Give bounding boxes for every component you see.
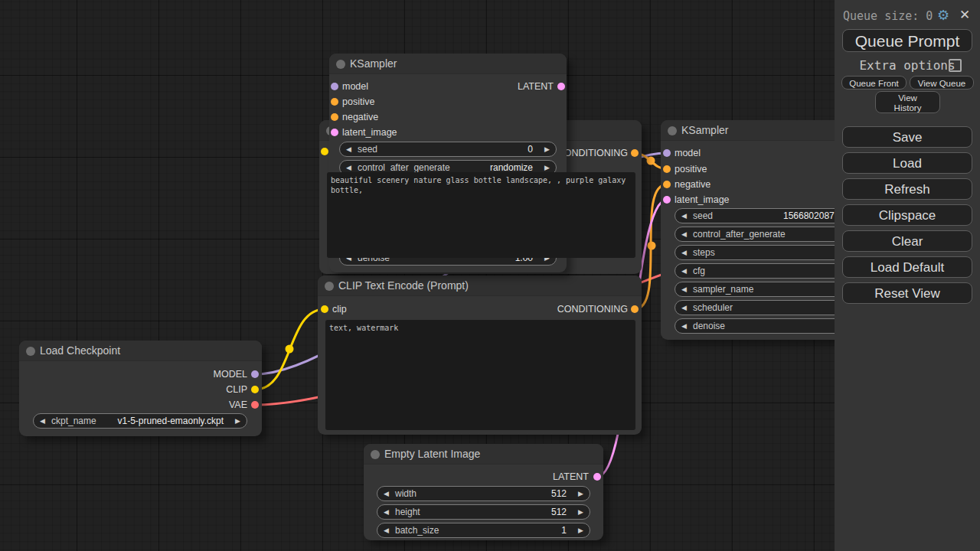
widget-label: scheduler bbox=[693, 302, 733, 314]
increment-arrow-icon[interactable]: ▶ bbox=[578, 508, 583, 517]
view-history-button[interactable]: View History bbox=[875, 91, 940, 113]
reset-view-button[interactable]: Reset View bbox=[842, 282, 972, 304]
decrement-arrow-icon[interactable]: ◀ bbox=[681, 230, 687, 239]
negative-input-slot[interactable] bbox=[663, 181, 671, 188]
clip-input-slot[interactable] bbox=[321, 305, 328, 313]
widget-label: seed bbox=[693, 210, 713, 222]
widget-label: sampler_name bbox=[693, 284, 753, 295]
decrement-arrow-icon[interactable]: ◀ bbox=[346, 145, 351, 154]
latent-output-label: LATENT bbox=[518, 81, 554, 92]
model-input-slot[interactable] bbox=[331, 83, 338, 90]
collapse-dot-icon[interactable] bbox=[336, 60, 345, 69]
decrement-arrow-icon[interactable]: ◀ bbox=[681, 322, 687, 331]
node-title[interactable]: KSampler bbox=[329, 54, 567, 74]
model-input-label: model bbox=[342, 81, 368, 92]
widget-label: ckpt_name bbox=[51, 416, 96, 427]
widget-value: 512 bbox=[551, 488, 567, 500]
node-load-checkpoint[interactable]: Load Checkpoint MODEL CLIP VAE ◀ ckpt_na… bbox=[19, 341, 262, 436]
next-arrow-icon[interactable]: ▶ bbox=[235, 417, 240, 425]
increment-arrow-icon[interactable]: ▶ bbox=[544, 164, 550, 172]
decrement-arrow-icon[interactable]: ◀ bbox=[346, 164, 351, 172]
collapse-dot-icon[interactable] bbox=[26, 347, 35, 356]
widget-label: seed bbox=[358, 144, 377, 155]
settings-gear-icon[interactable]: ⚙ bbox=[937, 7, 949, 24]
widget-label: cfg bbox=[693, 266, 705, 277]
decrement-arrow-icon[interactable]: ◀ bbox=[384, 508, 389, 517]
decrement-arrow-icon[interactable]: ◀ bbox=[384, 490, 389, 498]
width-widget[interactable]: ◀ width 512 ▶ bbox=[377, 486, 590, 501]
clip-output-label: CLIP bbox=[226, 384, 247, 395]
decrement-arrow-icon[interactable]: ◀ bbox=[681, 267, 687, 276]
vae-output-slot[interactable] bbox=[251, 401, 259, 409]
queue-prompt-button[interactable]: Queue Prompt bbox=[842, 29, 972, 52]
model-input-label: model bbox=[675, 148, 701, 158]
increment-arrow-icon[interactable]: ▶ bbox=[578, 527, 583, 535]
increment-arrow-icon[interactable]: ▶ bbox=[578, 490, 583, 498]
prev-arrow-icon[interactable]: ◀ bbox=[40, 417, 45, 425]
decrement-arrow-icon[interactable]: ◀ bbox=[681, 212, 687, 220]
decrement-arrow-icon[interactable]: ◀ bbox=[681, 285, 687, 294]
negative-input-label: negative bbox=[675, 179, 710, 190]
widget-value: 1 bbox=[561, 525, 567, 536]
wire-dot-clip bbox=[286, 345, 294, 354]
model-output-label: MODEL bbox=[214, 369, 247, 380]
vae-output-label: VAE bbox=[229, 399, 247, 410]
negative-prompt-textarea[interactable]: text, watermark bbox=[325, 320, 635, 430]
wire-dot-cond-neg bbox=[648, 242, 656, 250]
close-menu-icon[interactable]: ✕ bbox=[959, 7, 970, 23]
node-empty-latent-image[interactable]: Empty Latent Image LATENT ◀ width 512 ▶ … bbox=[364, 444, 603, 540]
latent-output-label: LATENT bbox=[553, 471, 589, 482]
extra-options-checkbox[interactable] bbox=[949, 59, 962, 72]
conditioning-output-slot[interactable] bbox=[631, 305, 639, 313]
save-button[interactable]: Save bbox=[842, 126, 972, 148]
positive-input-label: positive bbox=[675, 164, 707, 174]
widget-value: v1-5-pruned-emaonly.ckpt bbox=[117, 416, 224, 427]
increment-arrow-icon[interactable]: ▶ bbox=[544, 145, 550, 154]
conditioning-output-label: CONDITIONING bbox=[557, 148, 628, 158]
refresh-button[interactable]: Refresh bbox=[842, 178, 972, 200]
collapse-dot-icon[interactable] bbox=[668, 126, 677, 135]
latent-image-input-slot[interactable] bbox=[331, 129, 338, 136]
widget-value: 0 bbox=[528, 144, 533, 155]
decrement-arrow-icon[interactable]: ◀ bbox=[681, 304, 687, 312]
conditioning-output-label: CONDITIONING bbox=[557, 304, 628, 315]
widget-label: control_after_generate bbox=[693, 229, 786, 240]
latent-image-input-label: latent_image bbox=[342, 127, 397, 138]
model-output-slot[interactable] bbox=[251, 370, 259, 378]
widget-label: denoise bbox=[693, 321, 725, 332]
negative-input-label: negative bbox=[342, 112, 378, 122]
latent-image-input-slot[interactable] bbox=[663, 196, 671, 204]
widget-label: batch_size bbox=[395, 525, 439, 536]
latent-output-slot[interactable] bbox=[593, 473, 601, 481]
positive-input-slot[interactable] bbox=[663, 165, 671, 173]
model-input-slot[interactable] bbox=[663, 149, 671, 157]
widget-label: height bbox=[395, 507, 420, 518]
conditioning-output-slot[interactable] bbox=[631, 149, 639, 157]
comfy-menu: Queue size: 0 Queue Prompt Extra options… bbox=[835, 0, 980, 551]
seed-widget[interactable]: ◀ seed 0 ▶ bbox=[339, 142, 557, 157]
clip-output-slot[interactable] bbox=[251, 386, 259, 393]
node-title[interactable]: Load Checkpoint bbox=[19, 341, 262, 361]
view-queue-button[interactable]: View Queue bbox=[910, 76, 974, 90]
clear-button[interactable]: Clear bbox=[842, 230, 972, 252]
clip-input-slot[interactable] bbox=[321, 148, 328, 155]
positive-input-slot[interactable] bbox=[331, 98, 338, 106]
batch-size-widget[interactable]: ◀ batch_size 1 ▶ bbox=[377, 523, 590, 538]
collapse-dot-icon[interactable] bbox=[371, 450, 380, 459]
load-button[interactable]: Load bbox=[842, 152, 972, 174]
latent-image-input-label: latent_image bbox=[675, 194, 730, 205]
queue-front-button[interactable]: Queue Front bbox=[841, 76, 906, 90]
decrement-arrow-icon[interactable]: ◀ bbox=[384, 527, 389, 535]
positive-prompt-textarea[interactable]: beautiful scenery nature glass bottle la… bbox=[327, 172, 635, 258]
clipspace-button[interactable]: Clipspace bbox=[842, 204, 972, 226]
latent-output-slot[interactable] bbox=[557, 83, 565, 90]
decrement-arrow-icon[interactable]: ◀ bbox=[681, 249, 687, 257]
node-title[interactable]: Empty Latent Image bbox=[364, 444, 603, 465]
height-widget[interactable]: ◀ height 512 ▶ bbox=[377, 504, 590, 520]
collapse-dot-icon[interactable] bbox=[325, 282, 334, 291]
queue-size-label: Queue size: 0 bbox=[843, 9, 933, 23]
negative-input-slot[interactable] bbox=[331, 113, 338, 121]
ckpt-name-widget[interactable]: ◀ ckpt_name v1-5-pruned-emaonly.ckpt ▶ bbox=[33, 413, 247, 429]
load-default-button[interactable]: Load Default bbox=[842, 256, 972, 278]
node-title[interactable]: CLIP Text Encode (Prompt) bbox=[318, 276, 642, 296]
